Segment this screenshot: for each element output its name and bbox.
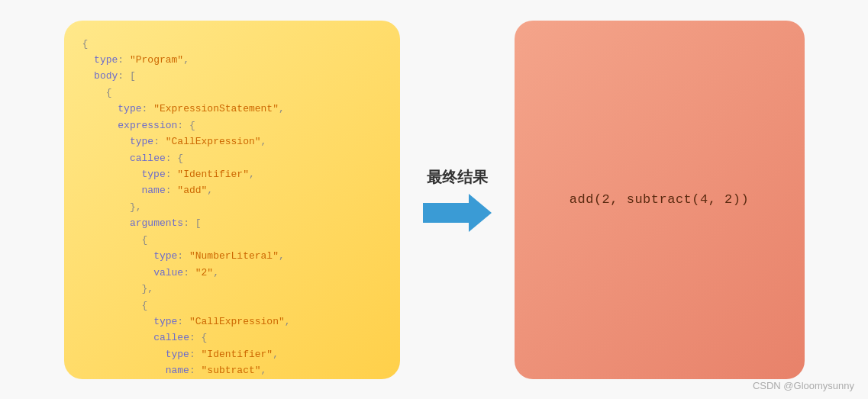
svg-marker-0 bbox=[423, 194, 492, 232]
watermark: CSDN @Gloomysunny bbox=[753, 380, 854, 391]
arrow-section: 最终结果 bbox=[423, 167, 492, 232]
arrow-label: 最终结果 bbox=[427, 167, 488, 188]
result-text: add(2, subtract(4, 2)) bbox=[570, 192, 749, 207]
arrow-icon bbox=[423, 194, 492, 232]
main-container: { type: "Program", body: [ { type: "Expr… bbox=[0, 0, 868, 399]
result-panel: add(2, subtract(4, 2)) bbox=[515, 21, 805, 379]
code-panel: { type: "Program", body: [ { type: "Expr… bbox=[64, 21, 400, 379]
code-content: { type: "Program", body: [ { type: "Expr… bbox=[82, 36, 382, 379]
